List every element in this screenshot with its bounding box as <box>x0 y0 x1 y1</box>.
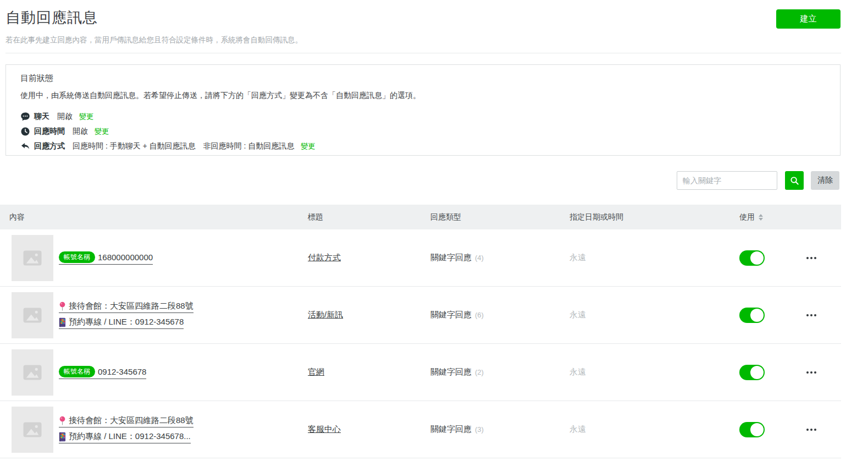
picture-icon <box>23 305 42 325</box>
usage-cell <box>739 422 800 437</box>
content-lines: 接待會館：大安區四維路二段88號 預約專線 / LINE：0912-345678… <box>59 415 193 443</box>
header-title: 標題 <box>308 212 430 222</box>
content-lines: 接待會館：大安區四維路二段88號 預約專線 / LINE：0912-345678 <box>59 301 193 329</box>
more-options-button[interactable] <box>805 254 841 262</box>
pushpin-icon <box>59 416 66 426</box>
content-cell: 帳號名稱 0912-345678 <box>9 349 308 396</box>
auto-reply-page: 自動回應訊息 若在此事先建立回應內容，當用戶傳訊息給您且符合設定條件時，系統將會… <box>0 0 868 466</box>
keyword-count: (4) <box>475 254 484 262</box>
search-input[interactable] <box>677 171 777 190</box>
toggle-knob <box>750 423 764 436</box>
toggle-knob <box>750 366 764 379</box>
search-button[interactable] <box>785 171 804 190</box>
title-cell: 活動/新訊 <box>308 310 430 320</box>
content-cell: 帳號名稱 168000000000 <box>9 235 308 281</box>
content-cell: 接待會館：大安區四維路二段88號 預約專線 / LINE：0912-345678… <box>9 407 308 453</box>
title-link[interactable]: 官網 <box>308 367 324 376</box>
title-link[interactable]: 客服中心 <box>308 424 341 434</box>
table-header-row: 內容 標題 回應類型 指定日期或時間 使用 <box>0 205 841 229</box>
enable-toggle[interactable] <box>739 422 765 437</box>
status-heading: 目前狀態 <box>20 73 826 84</box>
change-response-time-link[interactable]: 變更 <box>95 127 109 136</box>
content-text: 168000000000 <box>98 253 153 262</box>
enable-toggle[interactable] <box>739 365 765 380</box>
title-cell: 客服中心 <box>308 424 430 435</box>
status-row-response-method: 回應方式 回應時間 : 手動聊天 + 自動回應訊息 非回應時間 : 自動回應訊息… <box>20 139 826 153</box>
change-chat-link[interactable]: 變更 <box>79 112 93 122</box>
date-cell: 永遠 <box>570 367 739 377</box>
content-link[interactable]: 預約專線 / LINE：0912-345678... <box>59 431 191 443</box>
status-value: 開啟 <box>73 127 88 136</box>
more-options-button[interactable] <box>805 368 841 377</box>
keyword-count: (3) <box>475 425 484 434</box>
account-name-badge: 帳號名稱 <box>59 366 95 377</box>
type-cell: 關鍵字回應(6) <box>430 310 570 320</box>
sort-arrows-icon[interactable] <box>759 214 763 221</box>
title-cell: 官網 <box>308 367 430 377</box>
content-text: 接待會館：大安區四維路二段88號 <box>69 301 193 311</box>
more-options-button[interactable] <box>805 311 841 320</box>
usage-cell <box>739 250 800 266</box>
page-title: 自動回應訊息 <box>5 8 302 28</box>
magnifier-icon <box>790 176 799 185</box>
account-name-badge: 帳號名稱 <box>59 251 95 263</box>
content-text: 接待會館：大安區四維路二段88號 <box>69 415 193 426</box>
header-divider <box>5 53 841 53</box>
more-options-button[interactable] <box>805 425 841 434</box>
usage-cell <box>739 365 800 380</box>
content-link[interactable]: 接待會館：大安區四維路二段88號 <box>59 415 193 427</box>
mobile-phone-icon <box>59 317 66 327</box>
status-value: 回應時間 : 手動聊天 + 自動回應訊息 非回應時間 : 自動回應訊息 <box>73 141 294 151</box>
picture-icon <box>23 363 42 382</box>
header-date: 指定日期或時間 <box>570 212 739 222</box>
header-type: 回應類型 <box>430 212 570 222</box>
image-placeholder <box>12 292 53 338</box>
type-cell: 關鍵字回應(4) <box>430 253 570 263</box>
header-usage[interactable]: 使用 <box>739 212 800 222</box>
page-header: 自動回應訊息 若在此事先建立回應內容，當用戶傳訊息給您且符合設定條件時，系統將會… <box>5 8 302 45</box>
picture-icon <box>23 420 42 440</box>
table-row: 帳號名稱 0912-345678 官網 關鍵字回應(2) 永遠 <box>0 344 841 401</box>
keyword-count: (6) <box>475 311 484 319</box>
status-panel: 目前狀態 使用中，由系統傳送自動回應訊息。若希望停止傳送，請將下方的「回應方式」… <box>5 64 841 156</box>
toggle-knob <box>750 309 764 322</box>
header-content: 內容 <box>9 212 308 222</box>
status-description: 使用中，由系統傳送自動回應訊息。若希望停止傳送，請將下方的「回應方式」變更為不含… <box>20 91 826 101</box>
mobile-phone-icon <box>59 432 66 442</box>
usage-cell <box>739 308 800 323</box>
create-button[interactable]: 建立 <box>776 9 841 29</box>
status-value: 開啟 <box>57 112 73 122</box>
date-cell: 永遠 <box>570 310 739 320</box>
enable-toggle[interactable] <box>739 308 765 323</box>
pushpin-icon <box>59 301 66 311</box>
status-label: 回應方式 <box>34 141 65 151</box>
content-link[interactable]: 帳號名稱 0912-345678 <box>59 366 146 379</box>
change-response-method-link[interactable]: 變更 <box>301 141 315 151</box>
type-cell: 關鍵字回應(3) <box>430 424 570 435</box>
title-link[interactable]: 付款方式 <box>308 253 341 262</box>
title-cell: 付款方式 <box>308 253 430 263</box>
auto-reply-table: 內容 標題 回應類型 指定日期或時間 使用 帳號名稱 168000000000 … <box>0 205 841 458</box>
search-row: 清除 <box>677 171 839 190</box>
reply-arrow-icon <box>20 141 30 151</box>
status-row-chat: 聊天 開啟 變更 <box>20 109 826 124</box>
date-cell: 永遠 <box>570 424 739 435</box>
content-text: 預約專線 / LINE：0912-345678 <box>69 317 184 327</box>
status-row-response-time: 回應時間 開啟 變更 <box>20 124 826 139</box>
table-row: 接待會館：大安區四維路二段88號 預約專線 / LINE：0912-345678… <box>0 401 841 458</box>
clear-button[interactable]: 清除 <box>811 171 839 190</box>
content-text: 預約專線 / LINE：0912-345678... <box>69 431 191 442</box>
picture-icon <box>23 248 42 268</box>
content-link[interactable]: 接待會館：大安區四維路二段88號 <box>59 301 193 313</box>
content-link[interactable]: 帳號名稱 168000000000 <box>59 251 153 265</box>
title-link[interactable]: 活動/新訊 <box>308 310 343 319</box>
status-label: 聊天 <box>34 112 49 122</box>
table-row: 接待會館：大安區四維路二段88號 預約專線 / LINE：0912-345678… <box>0 287 841 344</box>
clock-icon <box>20 127 30 136</box>
status-label: 回應時間 <box>34 127 65 136</box>
image-placeholder <box>12 349 53 396</box>
enable-toggle[interactable] <box>739 250 765 266</box>
content-link[interactable]: 預約專線 / LINE：0912-345678 <box>59 317 184 329</box>
image-placeholder <box>12 407 53 453</box>
type-cell: 關鍵字回應(2) <box>430 367 570 377</box>
